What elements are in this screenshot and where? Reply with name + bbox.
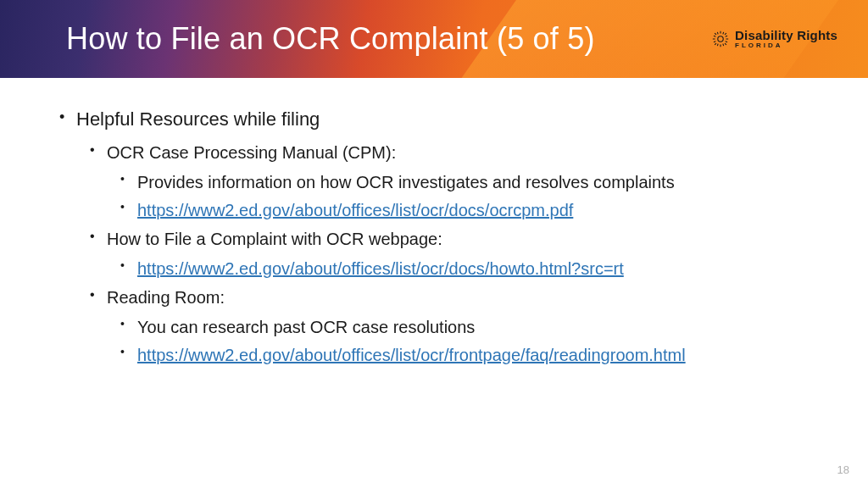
item-text: You can research past OCR case resolutio… — [137, 318, 475, 336]
heading-text: Helpful Resources while filing — [76, 108, 320, 130]
section-item: OCR Case Processing Manual (CPM): Provid… — [76, 141, 817, 222]
list-item: You can research past OCR case resolutio… — [107, 316, 817, 339]
section-title: How to File a Complaint with OCR webpage… — [107, 230, 442, 248]
slide-header: How to File an OCR Complaint (5 of 5) Di… — [0, 0, 868, 78]
list-item: https://www2.ed.gov/about/offices/list/o… — [107, 344, 817, 367]
logo-sub-text: FLORIDA — [735, 42, 837, 49]
list-item: Provides information on how OCR investig… — [107, 171, 817, 194]
list-item: https://www2.ed.gov/about/offices/list/o… — [107, 258, 817, 280]
page-number: 18 — [837, 463, 849, 476]
section-title: Reading Room: — [107, 288, 225, 307]
slide-content: Helpful Resources while filing OCR Case … — [0, 78, 868, 367]
svg-point-0 — [718, 36, 723, 42]
section-item: How to File a Complaint with OCR webpage… — [76, 227, 817, 280]
org-logo: Disability Rights FLORIDA — [711, 29, 837, 49]
item-text: Provides information on how OCR investig… — [137, 173, 675, 191]
resource-link[interactable]: https://www2.ed.gov/about/offices/list/o… — [137, 346, 686, 364]
sun-icon — [711, 30, 730, 48]
section-item: Reading Room: You can research past OCR … — [76, 286, 817, 367]
section-title: OCR Case Processing Manual (CPM): — [107, 143, 396, 162]
resource-link[interactable]: https://www2.ed.gov/about/offices/list/o… — [137, 259, 624, 278]
resource-link[interactable]: https://www2.ed.gov/about/offices/list/o… — [137, 201, 573, 219]
content-heading: Helpful Resources while filing OCR Case … — [51, 108, 817, 367]
list-item: https://www2.ed.gov/about/offices/list/o… — [107, 199, 817, 222]
logo-main-text: Disability Rights — [735, 29, 837, 42]
slide-title: How to File an OCR Complaint (5 of 5) — [66, 21, 595, 57]
